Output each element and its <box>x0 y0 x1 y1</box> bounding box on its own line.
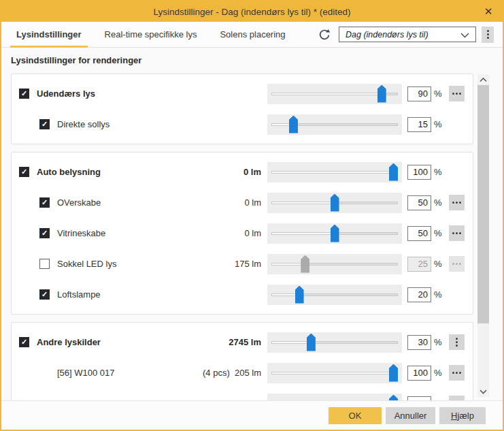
help-rest: jælp <box>457 411 474 421</box>
percent-input[interactable] <box>407 287 431 302</box>
refresh-icon[interactable] <box>316 27 333 43</box>
lumen-value: 2745 lm <box>229 337 267 347</box>
light-row: Andre lyskilder 2745 lm % <box>12 327 473 357</box>
panel-auto-lighting: Auto belysning 0 lm % OVerskabe 0 lm % V… <box>11 152 473 315</box>
slider-handle[interactable] <box>389 395 398 401</box>
light-settings-dialog: Lysindstillinger - Dag (indendørs lys ti… <box>0 0 504 431</box>
more-options-icon[interactable] <box>449 256 465 272</box>
ok-button[interactable]: OK <box>329 407 382 424</box>
scroll-up-icon[interactable] <box>477 74 489 85</box>
percent-unit: % <box>434 337 443 347</box>
intensity-slider[interactable] <box>267 254 402 274</box>
slider-handle[interactable] <box>389 163 398 181</box>
lumen-value: 0 lm <box>244 197 267 208</box>
light-checkbox[interactable] <box>39 119 50 129</box>
more-options-icon[interactable] <box>449 225 465 241</box>
light-label: [58] W340 000F <box>57 398 120 400</box>
light-checkbox[interactable] <box>19 167 29 177</box>
slider-handle[interactable] <box>377 85 386 103</box>
percent-unit: % <box>434 398 443 400</box>
more-options-icon[interactable] <box>449 365 465 381</box>
more-options-icon[interactable] <box>449 86 465 101</box>
light-label: Vitrineskabe <box>57 228 105 238</box>
help-accel: H <box>451 411 457 421</box>
light-checkbox[interactable] <box>39 259 50 269</box>
tab-solens-placering[interactable]: Solens placering <box>213 22 292 47</box>
light-label: Auto belysning <box>37 167 101 177</box>
percent-input[interactable] <box>407 165 431 180</box>
intensity-slider[interactable] <box>267 223 402 244</box>
percent-input[interactable] <box>407 117 431 132</box>
percent-unit: % <box>434 89 443 99</box>
light-label: Andre lyskilder <box>37 337 101 347</box>
percent-input[interactable] <box>407 257 431 272</box>
more-options-icon[interactable] <box>449 396 465 400</box>
tab-label: Lysindstillinger <box>16 29 82 39</box>
light-checkbox[interactable] <box>19 89 29 99</box>
scroll-down-icon[interactable] <box>477 386 489 397</box>
light-label: Direkte sollys <box>57 119 110 129</box>
slider-handle[interactable] <box>289 116 298 133</box>
percent-unit: % <box>434 167 443 177</box>
percent-unit: % <box>434 368 443 378</box>
light-row: Auto belysning 0 lm % <box>12 157 473 187</box>
percent-input[interactable] <box>407 226 431 241</box>
light-checkbox[interactable] <box>19 337 29 347</box>
light-label: Sokkel LED lys <box>57 259 116 269</box>
window-title: Lysindstillinger - Dag (indendørs lys ti… <box>154 7 351 17</box>
more-options-icon[interactable] <box>449 195 465 210</box>
percent-input[interactable] <box>407 366 431 381</box>
cancel-button[interactable]: Annuller <box>386 407 435 424</box>
lumen-value: 0 lm <box>243 167 267 177</box>
slider-handle[interactable] <box>331 225 339 242</box>
chevron-down-icon <box>460 29 469 41</box>
intensity-slider[interactable] <box>267 394 402 401</box>
slider-handle[interactable] <box>295 286 304 304</box>
slider-handle[interactable] <box>331 194 339 212</box>
lumen-value: 175 lm <box>235 259 267 269</box>
light-row: Sokkel LED lys 175 lm % <box>12 249 473 279</box>
light-row: OVerskabe 0 lm % <box>12 187 473 218</box>
light-checkbox[interactable] <box>39 197 50 208</box>
panel-outdoor-light: Udendærs lys % Direkte sollys % <box>11 74 473 144</box>
dialog-footer: OK Annuller Hjælp <box>1 400 503 430</box>
tab-bar: Lysindstillinger Real-time specifikke ly… <box>1 22 503 48</box>
scrollbar-thumb[interactable] <box>477 85 489 323</box>
lumen-value: 0 lm <box>244 228 267 238</box>
percent-unit: % <box>434 289 443 300</box>
intensity-slider[interactable] <box>267 332 402 353</box>
tab-lysindstillinger[interactable]: Lysindstillinger <box>10 22 88 47</box>
profile-select[interactable]: Dag (indendørs lys til) <box>339 27 476 42</box>
intensity-slider[interactable] <box>267 193 402 213</box>
slider-handle[interactable] <box>307 334 316 351</box>
row-kebab-menu-icon[interactable] <box>449 334 465 350</box>
percent-input[interactable] <box>407 86 431 101</box>
light-label: Loftslampe <box>57 289 101 300</box>
percent-input[interactable] <box>407 195 431 210</box>
tab-label: Real-time specifikke lys <box>105 29 197 39</box>
intensity-slider[interactable] <box>267 363 402 383</box>
light-row: Vitrineskabe 0 lm % <box>12 218 473 249</box>
kebab-menu-icon[interactable] <box>482 27 494 43</box>
light-checkbox[interactable] <box>39 228 50 238</box>
light-row: Udendærs lys % <box>12 78 473 109</box>
tab-realtime-specifikke-lys[interactable]: Real-time specifikke lys <box>98 22 204 47</box>
slider-handle[interactable] <box>389 364 398 382</box>
light-row: [56] W100 017 (4 pcs) 205 lm % <box>12 357 473 388</box>
close-icon[interactable]: ✕ <box>480 1 497 22</box>
intensity-slider[interactable] <box>267 114 402 135</box>
light-settings-scroll-area: Udendærs lys % Direkte sollys % Auto bel… <box>1 71 503 400</box>
percent-unit: % <box>434 228 443 238</box>
scrollbar <box>477 74 489 397</box>
slider-handle[interactable] <box>301 255 309 273</box>
intensity-slider[interactable] <box>267 285 402 305</box>
percent-input[interactable] <box>407 396 431 401</box>
light-label: OVerskabe <box>57 197 101 208</box>
percent-input[interactable] <box>407 335 431 350</box>
help-button[interactable]: Hjælp <box>439 407 486 424</box>
lumen-value: (3 pcs) 765 lm <box>203 398 267 400</box>
intensity-slider[interactable] <box>267 162 402 182</box>
intensity-slider[interactable] <box>267 84 402 104</box>
lumen-value: (4 pcs) 205 lm <box>203 368 267 378</box>
light-checkbox[interactable] <box>39 289 50 300</box>
